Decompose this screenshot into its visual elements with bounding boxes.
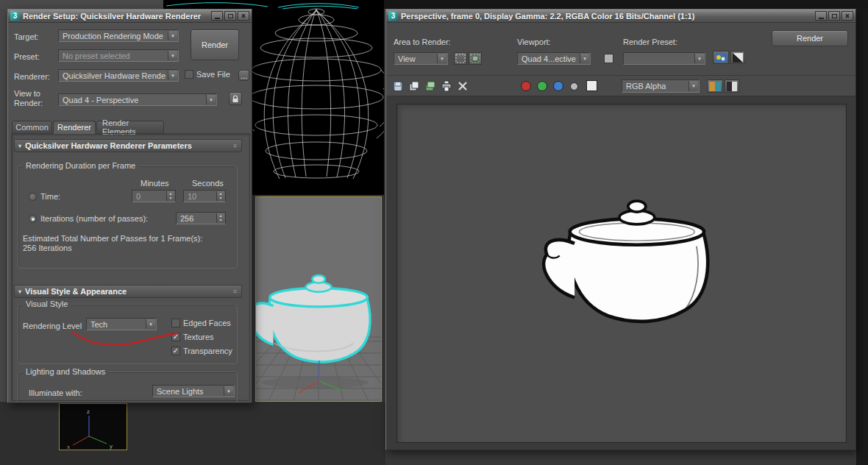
renderer-select[interactable]: Quicksilver Hardware Renderer ▼: [58, 69, 179, 82]
checkbox-icon: [185, 70, 193, 79]
window-title: Render Setup: Quicksilver Hardware Rende…: [23, 12, 201, 21]
minimize-button[interactable]: [815, 11, 827, 21]
color-swatch-icon: [715, 53, 727, 63]
print-image-button[interactable]: [439, 79, 454, 93]
minimize-button[interactable]: [211, 11, 223, 21]
auto-region-icon: [470, 54, 480, 63]
viewport-lock-swatch[interactable]: [604, 54, 613, 63]
renderer-label: Renderer:: [14, 72, 50, 81]
lock-view-button[interactable]: [229, 92, 242, 105]
spinner-arrows-icon[interactable]: ▲▼: [216, 191, 224, 201]
browse-file-button[interactable]: ...: [238, 70, 249, 81]
estimated-passes-line2: 256 Iterations: [23, 244, 72, 252]
time-minutes-spinner[interactable]: 0 ▲▼: [132, 190, 176, 202]
toon-render-teapot: [541, 193, 730, 350]
illuminate-with-select[interactable]: Scene Lights ▼: [152, 385, 235, 397]
render-setup-titlebar[interactable]: 3 Render Setup: Quicksilver Hardware Ren…: [8, 10, 252, 23]
top-toolbar-strip: [0, 0, 163, 9]
layer-display-button[interactable]: [707, 79, 723, 93]
chevron-down-icon: ▼: [168, 51, 177, 60]
illuminate-with-label: Illuminate with:: [29, 388, 82, 397]
minimize-icon: [215, 18, 220, 19]
clear-button[interactable]: [455, 79, 470, 93]
bw-swatch-icon: [733, 53, 743, 63]
perspective-viewport[interactable]: [255, 196, 382, 402]
rollout-open-icon: ▾: [18, 288, 21, 295]
radio-icon: [29, 215, 37, 223]
viewport-label: Viewport:: [517, 38, 551, 46]
top-right-strip: [384, 0, 868, 9]
orthographic-viewport[interactable]: z x y: [59, 403, 127, 450]
render-preset-label: Render Preset:: [623, 38, 677, 46]
render-preset-select[interactable]: ▼: [623, 52, 705, 65]
right-edge-strip: [856, 9, 868, 465]
chevron-down-icon: ▼: [580, 54, 589, 63]
time-seconds-spinner[interactable]: 10 ▲▼: [183, 190, 226, 202]
blue-channel-button[interactable]: [553, 81, 563, 91]
monochrome-button[interactable]: [586, 80, 597, 91]
preset-select[interactable]: No preset selected ▼: [58, 49, 179, 62]
preset-label: Preset:: [14, 52, 40, 61]
edit-region-button[interactable]: [454, 52, 467, 65]
frame-window-titlebar[interactable]: 3 Perspective, frame 0, Display Gamma: 2…: [386, 10, 855, 23]
copy-image-button[interactable]: [407, 79, 421, 93]
tab-render-elements[interactable]: Render Elements: [96, 121, 164, 134]
chevron-down-icon: ▼: [224, 386, 233, 396]
color-correction-button[interactable]: [725, 79, 739, 93]
home-axis-gizmo: z x y: [60, 404, 127, 450]
chevron-down-icon: ▼: [689, 81, 698, 91]
bottom-strip: [0, 402, 385, 465]
rollout-visual-style[interactable]: ▾ Visual Style & Appearance ≡: [14, 285, 242, 298]
spinner-arrows-icon[interactable]: ▲▼: [166, 191, 174, 201]
clone-icon: [424, 80, 436, 92]
rollout-grip-icon: ≡: [233, 288, 238, 295]
lock-icon: [232, 95, 239, 103]
target-label: Target:: [14, 32, 39, 41]
rollout-quicksilver-parameters[interactable]: ▾ Quicksilver Hardware Renderer Paramete…: [14, 139, 242, 152]
maximize-button[interactable]: [224, 11, 236, 21]
chevron-down-icon: ▼: [437, 54, 447, 63]
transparency-checkbox[interactable]: Transparency: [171, 347, 232, 355]
minutes-header: Minutes: [140, 179, 169, 188]
save-image-button[interactable]: [391, 79, 405, 93]
tab-common[interactable]: Common: [12, 121, 52, 134]
red-channel-button[interactable]: [521, 81, 531, 91]
render-button[interactable]: Render: [191, 29, 239, 60]
chevron-down-icon: ▼: [694, 54, 704, 63]
chevron-down-icon: ▼: [168, 31, 177, 40]
iterations-radio[interactable]: Iterations (number of passes):: [29, 214, 148, 223]
auto-region-button[interactable]: [469, 52, 482, 65]
edged-faces-checkbox[interactable]: Edged Faces: [171, 319, 231, 327]
maximize-button[interactable]: [828, 11, 840, 21]
spinner-arrows-icon[interactable]: ▲▼: [216, 213, 224, 223]
tab-renderer[interactable]: Renderer: [53, 121, 96, 134]
lighting-shadows-group-title: Lighting and Shadows: [23, 367, 108, 376]
target-select[interactable]: Production Rendering Mode ▼: [58, 29, 179, 42]
channel-display-select[interactable]: RGB Alpha ▼: [622, 79, 700, 93]
frame-render-button[interactable]: Render: [772, 30, 848, 46]
red-annotation-squiggle: [70, 327, 180, 347]
close-icon: ×: [241, 13, 246, 20]
z-axis-label: z: [87, 408, 90, 415]
thumbnail-bw-icon: [727, 82, 737, 91]
clone-window-button[interactable]: [423, 79, 438, 93]
close-button[interactable]: ×: [238, 11, 249, 21]
iterations-spinner[interactable]: 256 ▲▼: [176, 212, 226, 224]
viewport-select[interactable]: Quad 4...ective ▼: [517, 52, 591, 65]
view-to-render-label: View to Render:: [14, 89, 52, 108]
render-setup-shortcut-button[interactable]: [713, 51, 729, 64]
shaded-teapot-scene: [256, 197, 381, 401]
close-button[interactable]: ×: [842, 11, 853, 21]
environment-shortcut-button[interactable]: [730, 51, 745, 64]
view-to-render-select[interactable]: Quad 4 - Perspective ▼: [58, 93, 217, 106]
3dsmax-logo-icon: 3: [10, 11, 20, 21]
time-radio[interactable]: Time:: [29, 192, 60, 201]
window-title: Perspective, frame 0, Display Gamma: 2.2…: [401, 12, 694, 21]
area-to-render-select[interactable]: View ▼: [394, 52, 448, 65]
alpha-channel-button[interactable]: [570, 82, 578, 90]
clear-x-icon: [457, 80, 469, 92]
save-icon: [392, 80, 404, 92]
x-axis-label: x: [67, 444, 70, 450]
save-file-checkbox[interactable]: Save File: [185, 70, 230, 79]
green-channel-button[interactable]: [537, 81, 547, 91]
